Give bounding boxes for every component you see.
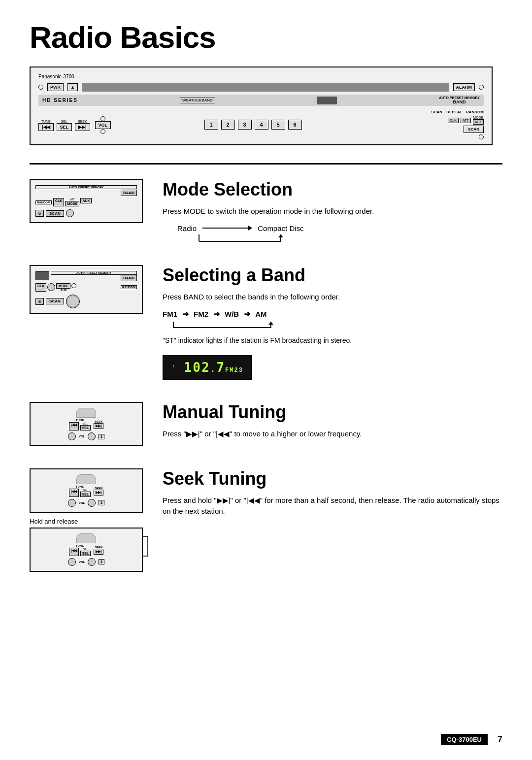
prev-btn-manual[interactable]: |◀◀	[69, 422, 79, 430]
top-radio-diagram: Panasonic 3700 PWR ▲ ALARM HD SERIES WEA…	[30, 66, 493, 145]
scan-btn-mode[interactable]: SCAN	[46, 210, 64, 217]
st-desc: "ST" indicator lights if the station is …	[163, 336, 502, 344]
seek-lower-diagram: TUNE |◀◀ SEL SEL SEEK	[30, 528, 143, 572]
pwr-button[interactable]: PWR	[47, 83, 64, 91]
svg-marker-7	[268, 322, 273, 325]
knob-band-center[interactable]	[47, 283, 55, 291]
att-button[interactable]: ATT	[461, 118, 471, 123]
six-btn-band[interactable]: 6	[35, 298, 44, 305]
band-btn-mode[interactable]: BAND	[121, 190, 137, 196]
eject-button[interactable]: ▲	[67, 83, 78, 91]
disc-icon-band	[35, 271, 49, 280]
seek-content: Seek Tuning Press and hold "▶▶|" or "|◀◀…	[163, 468, 502, 524]
preset-1[interactable]: 1	[204, 120, 218, 130]
left-knob-manual[interactable]	[68, 432, 76, 440]
frequency-display: · 102.7FM23	[163, 355, 252, 380]
clk-button[interactable]: CLK	[448, 118, 459, 123]
weatherband-label: WEATHERBAND	[180, 97, 215, 103]
mode-content: Mode Selection Press MODE to switch the …	[163, 179, 502, 243]
left-knob-seek2[interactable]	[68, 558, 76, 566]
sel-btn-seek[interactable]: SEL	[80, 492, 91, 497]
tune-label-manual: TUNE	[76, 419, 84, 422]
mode-button[interactable]: AUX	[473, 119, 484, 125]
mode-top-label: MODE	[473, 116, 483, 119]
band-return-arrow	[163, 320, 281, 330]
manual-desc: Press "▶▶|" or "|◀◀" to move to a higher…	[163, 429, 502, 440]
left-knob-seek[interactable]	[68, 499, 76, 507]
prev-button[interactable]: |◀◀	[38, 123, 54, 131]
preset-5[interactable]: 5	[271, 120, 285, 130]
mode-btn-band[interactable]: MODE	[56, 283, 70, 289]
prev-btn-seek2[interactable]: |◀◀	[69, 548, 79, 556]
model-code: CQ-3700EU	[441, 734, 488, 745]
fm2-label: FM2	[194, 310, 208, 318]
hd-series-label: HD SERIES	[42, 98, 78, 103]
next-button[interactable]: ▶▶|	[75, 123, 90, 131]
seek-diagrams: TUNE |◀◀ SEL SEL SEEK ▶▶|	[30, 468, 143, 572]
scan-bottom[interactable]: SCAN	[464, 126, 484, 133]
seek-top-curve	[76, 474, 96, 484]
apm-label-mode: AUTO PRESET MEMORY	[35, 185, 137, 189]
six-btn-mode[interactable]: 6	[35, 210, 44, 217]
scan-btn-band[interactable]: SCAN	[46, 298, 64, 304]
aux-label-band: AUX	[61, 289, 67, 292]
controls-row-mode: CLK ATT MODE AUX	[53, 198, 92, 206]
manual-tuning-section: TUNE |◀◀ SEL SEL SEEK ▶▶|	[30, 402, 502, 447]
mode-flow-radio: Radio	[177, 224, 197, 232]
att-btn-mode[interactable]: MODE	[65, 201, 79, 206]
clk-btn-band[interactable]: CLK	[35, 283, 46, 292]
prev-btn-seek[interactable]: |◀◀	[69, 489, 79, 497]
preset-1-manual[interactable]: 1	[99, 434, 104, 439]
preset-3[interactable]: 3	[238, 120, 252, 130]
seek-lower-wrap: Hold and release TUNE |◀◀	[30, 517, 143, 572]
vol-label-seek: VOL	[79, 501, 85, 504]
right-knob-manual[interactable]	[88, 432, 96, 440]
svg-marker-3	[278, 234, 283, 237]
wb-label: W/B	[225, 310, 239, 318]
page-title: Radio Basics	[30, 20, 502, 55]
seek-tuning-section: TUNE |◀◀ SEL SEL SEEK ▶▶|	[30, 468, 502, 572]
next-btn-seek[interactable]: ▶▶|	[94, 490, 103, 496]
vol-label-manual: VOL	[79, 435, 85, 438]
manual-content: Manual Tuning Press "▶▶|" or "|◀◀" to mo…	[163, 402, 502, 447]
sel-button[interactable]: SEL	[57, 123, 72, 131]
vol-label-seek2: VOL	[79, 561, 85, 563]
band-label: BAND	[453, 99, 466, 104]
preset-6[interactable]: 6	[288, 120, 302, 130]
auto-preset-label: AUTO PRESET MEMORY	[439, 96, 480, 99]
mode-diagram: AUTO PRESET MEMORY BAND RANDOM CLK ATT M…	[30, 179, 143, 223]
hold-release-label: Hold and release	[30, 518, 78, 525]
am-label: AM	[255, 310, 266, 318]
band-flow-diagram: FM1 ➜ FM2 ➜ W/B ➜ AM	[163, 309, 502, 330]
knob-mode[interactable]	[66, 209, 74, 217]
mode-flow-cd: Compact Disc	[258, 224, 303, 232]
band-btn-band[interactable]: BAND	[121, 275, 137, 281]
preset-1-seek2[interactable]: 1	[99, 559, 104, 564]
tune-label: TUNE	[41, 120, 51, 123]
cd-slot	[82, 83, 449, 92]
scan-label: SCAN	[431, 110, 442, 114]
preset-4[interactable]: 4	[255, 120, 268, 130]
band-selection-section: AUTO PRESET MEMORY BAND CLK MODE AUX RAN…	[30, 265, 502, 381]
band-desc: Press BAND to select the bands in the fo…	[163, 292, 502, 303]
right-knob-seek[interactable]	[88, 499, 96, 507]
band-diagram: AUTO PRESET MEMORY BAND CLK MODE AUX RAN…	[30, 265, 143, 314]
band-title: Selecting a Band	[163, 265, 502, 286]
preset-2[interactable]: 2	[221, 120, 235, 130]
vol-button[interactable]: VOL	[95, 121, 111, 129]
next-btn-seek2[interactable]: ▶▶|	[94, 549, 103, 555]
alarm-button[interactable]: ALARM	[453, 83, 475, 91]
sel-btn-seek2[interactable]: SEL	[80, 551, 91, 556]
sel-btn-manual[interactable]: SEL	[80, 425, 91, 430]
next-btn-manual[interactable]: ▶▶|	[94, 423, 103, 429]
sel-label: SEL	[61, 120, 67, 123]
footer: CQ-3700EU 7	[441, 734, 502, 745]
clk-btn-mode[interactable]: CLK	[53, 198, 64, 206]
vol-indicator-left	[100, 116, 105, 121]
mode-btn-mode[interactable]: AUX	[80, 198, 92, 203]
right-knob-seek2[interactable]	[88, 558, 96, 566]
mode-flow-diagram: Radio Compact Disc	[177, 224, 502, 243]
preset-1-seek[interactable]: 1	[99, 500, 104, 505]
mode-title: Mode Selection	[163, 179, 502, 200]
page-number: 7	[498, 734, 502, 745]
